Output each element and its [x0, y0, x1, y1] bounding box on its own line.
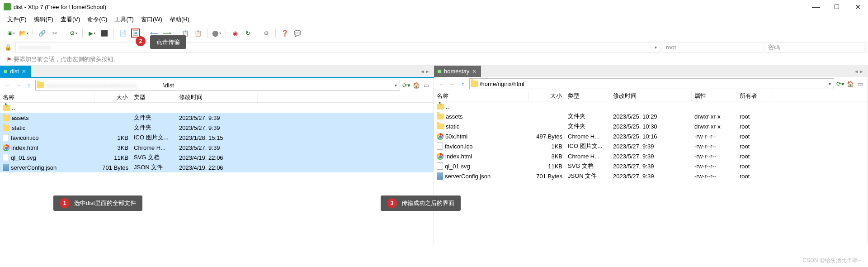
file-row[interactable]: static文件夹2023/5/25, 10:30drwxr-xr-xroot	[434, 121, 868, 131]
path-dropdown-icon[interactable]: ▾	[827, 81, 833, 86]
nav-up-icon[interactable]: ↑	[458, 79, 467, 88]
session-lock-icon[interactable]: 🔒	[4, 43, 13, 52]
tab-local[interactable]: dist ✕	[0, 66, 31, 77]
session-host-field[interactable]: xxxxxxxxxxx ▾	[15, 43, 660, 52]
col-owner[interactable]: 所有者	[737, 91, 773, 101]
link-icon[interactable]: 🔗	[38, 29, 47, 38]
tab-nav-next-icon[interactable]: ▸	[426, 68, 429, 75]
refresh-icon[interactable]: ⟳▾	[836, 79, 845, 88]
gear-icon[interactable]: ⚙▾	[69, 29, 78, 38]
file-row[interactable]: index.html3KBChrome H...2023/5/27, 9:39-…	[434, 151, 868, 161]
play-icon[interactable]: ▶▾	[87, 29, 96, 38]
menu-command[interactable]: 命令(C)	[85, 14, 110, 25]
remote-path-text: /home/nginx/html	[480, 81, 827, 87]
up-icon	[3, 105, 10, 111]
file-icon	[437, 162, 443, 170]
settings-icon[interactable]: ⚙	[262, 29, 271, 38]
file-row[interactable]: assets文件夹2023/5/27, 9:39	[0, 113, 434, 123]
maximize-button[interactable]	[826, 0, 847, 14]
path-dropdown-icon[interactable]: ▾	[393, 83, 399, 88]
chrome-icon	[437, 153, 443, 160]
chrome-icon	[437, 133, 443, 140]
file-icon	[3, 154, 9, 161]
local-path-input[interactable]: xxxxxxxxxxxxxxxxxxxxxxxxxxxxxxx \dist ▾	[35, 80, 400, 91]
local-path-bar: ← → ↑ xxxxxxxxxxxxxxxxxxxxxxxxxxxxxxx \d…	[0, 78, 434, 92]
nav-fwd-icon[interactable]: →	[14, 81, 23, 90]
tab-nav-prev-icon[interactable]: ◂	[421, 68, 424, 75]
password-field[interactable]: 密码	[765, 43, 864, 52]
callout-1: 1 选中dist里面的全部文件	[53, 195, 142, 211]
hint-bar: ⚑ 要添加当前会话，点击左侧的箭头按钮。	[0, 53, 868, 65]
file-row[interactable]: ql_01.svg11KBSVG 文档2023/5/27, 9:39-rw-r-…	[434, 161, 868, 171]
col-size[interactable]: 大小	[95, 92, 131, 102]
refresh-icon[interactable]: ⟳▾	[402, 81, 411, 90]
folder-icon	[471, 81, 478, 87]
menu-edit[interactable]: 编辑(E)	[31, 14, 56, 25]
file-row[interactable]: favicon.ico1KBICO 图片文...2023/5/27, 9:39-…	[434, 141, 868, 151]
menu-tools[interactable]: 工具(T)	[112, 14, 137, 25]
col-name[interactable]: 名称	[434, 91, 529, 101]
stop-icon[interactable]: ⬛	[100, 29, 109, 38]
help-icon[interactable]: ❓	[280, 29, 289, 38]
col-mtime[interactable]: 修改时间	[610, 91, 692, 101]
username-field[interactable]: root	[663, 43, 762, 52]
new-session-icon[interactable]: ▣▾	[6, 29, 15, 38]
tab-remote-close-icon[interactable]: ✕	[472, 68, 476, 75]
file-row[interactable]: favicon.ico1KBICO 图片文...2023/1/28, 15:15	[0, 133, 434, 143]
new-folder-icon[interactable]: ▭	[856, 79, 865, 88]
file-row[interactable]: assets文件夹2023/5/25, 10:29drwxr-xr-xroot	[434, 111, 868, 121]
open-icon[interactable]: 📂▾	[19, 29, 28, 38]
panes: ← → ↑ xxxxxxxxxxxxxxxxxxxxxxxxxxxxxxx \d…	[0, 77, 868, 244]
col-mtime[interactable]: 修改时间	[176, 92, 258, 102]
remote-path-input[interactable]: /home/nginx/html ▾	[469, 78, 834, 89]
red-circle-icon[interactable]: ◉	[231, 29, 240, 38]
tab-nav-prev-icon[interactable]: ◂	[855, 68, 858, 75]
menu-help[interactable]: 帮助(H)	[167, 14, 192, 25]
chat-icon[interactable]: 💬	[293, 29, 302, 38]
unlink-icon[interactable]: ✂	[50, 29, 59, 38]
folder-icon	[437, 124, 444, 129]
menu-window[interactable]: 窗口(W)	[138, 14, 165, 25]
nav-back-icon[interactable]: ←	[3, 81, 12, 90]
file-icon	[437, 143, 443, 150]
close-button[interactable]: ✕	[847, 0, 868, 14]
nav-fwd-icon[interactable]: →	[448, 79, 457, 88]
stop2-icon[interactable]: ⬤▾	[212, 29, 221, 38]
callout-1-badge: 1	[60, 198, 70, 208]
menu-view[interactable]: 查看(V)	[58, 14, 83, 25]
callout-1-text: 选中dist里面的全部文件	[74, 199, 136, 207]
file-row[interactable]: 50x.html497 BytesChrome H...2023/5/25, 1…	[434, 131, 868, 141]
nav-up-icon[interactable]: ↑	[24, 81, 33, 90]
window-title: dist - Xftp 7 (Free for Home/School)	[14, 4, 806, 10]
file-row[interactable]: serverConfig.json701 BytesJSON 文件2023/5/…	[434, 171, 868, 181]
up-row[interactable]: ..	[0, 103, 434, 113]
session-host-blurred: xxxxxxxxxxx	[19, 44, 51, 51]
callout-3-text: 传输成功之后的界面	[401, 199, 454, 207]
tab-nav-next-icon[interactable]: ▸	[860, 68, 863, 75]
col-size[interactable]: 大小	[529, 91, 565, 101]
chrome-icon	[3, 144, 9, 151]
tab-local-close-icon[interactable]: ✕	[22, 68, 26, 75]
tab-remote[interactable]: homestay ✕	[434, 66, 481, 77]
green-refresh-icon[interactable]: ↻	[243, 29, 252, 38]
col-attr[interactable]: 属性	[692, 91, 737, 101]
file-row[interactable]: ql_01.svg11KBSVG 文档2023/4/19, 22:06	[0, 153, 434, 162]
doc-icon[interactable]: 📄	[118, 29, 127, 38]
col-type[interactable]: 类型	[565, 91, 610, 101]
file-row[interactable]: index.html3KBChrome H...2023/5/27, 9:39	[0, 143, 434, 153]
bookmark-icon[interactable]: 🏠	[846, 79, 855, 88]
file-row[interactable]: serverConfig.json701 BytesJSON 文件2023/4/…	[0, 162, 434, 172]
session-host-dropdown-icon[interactable]: ▾	[655, 45, 657, 50]
nav-back-icon[interactable]: ←	[437, 79, 446, 88]
file-row[interactable]: static文件夹2023/5/27, 9:39	[0, 123, 434, 133]
menu-file[interactable]: 文件(F)	[5, 14, 29, 25]
toolbar: ▣▾ 📂▾ 🔗 ✂ ⚙▾ ▶▾ ⬛ 📄 ⟵ ⟶ 📋 📋 ⬤▾ ◉ ↻ ⚙ ❓ 💬…	[0, 25, 868, 41]
col-name[interactable]: 名称	[0, 92, 95, 102]
col-type[interactable]: 类型	[131, 92, 176, 102]
bookmark-icon[interactable]: 🏠	[412, 81, 421, 90]
remote-path-bar: ← → ↑ /home/nginx/html ▾ ⟳▾ 🏠 ▭	[434, 77, 868, 91]
up-row[interactable]: ..	[434, 101, 868, 111]
new-folder-icon[interactable]: ▭	[422, 81, 431, 90]
paste-icon[interactable]: 📋	[193, 29, 203, 38]
minimize-button[interactable]: —	[806, 0, 826, 14]
